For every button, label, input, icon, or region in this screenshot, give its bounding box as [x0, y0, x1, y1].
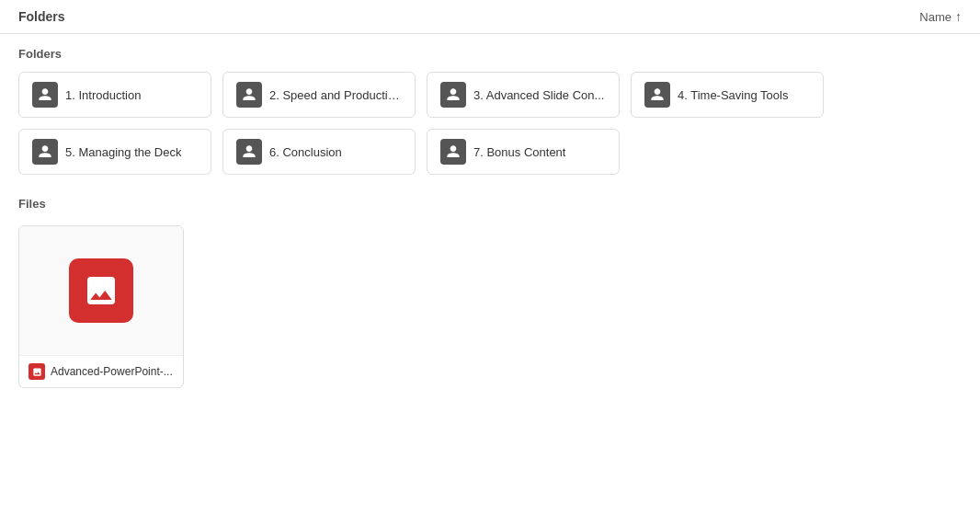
folders-grid: 1. Introduction 2. Speed and Productiv..…: [0, 68, 980, 184]
file-thumb-icon: [28, 363, 45, 380]
folder-name: 3. Advanced Slide Con...: [473, 88, 604, 102]
file-preview: [19, 226, 183, 355]
folder-item[interactable]: 7. Bonus Content: [427, 129, 620, 175]
folder-icon: [32, 82, 58, 108]
file-item[interactable]: Advanced-PowerPoint-...: [18, 225, 184, 388]
sort-arrow-icon: ↑: [955, 9, 962, 24]
folder-name: 7. Bonus Content: [473, 145, 565, 159]
sort-label: Name: [919, 10, 952, 24]
person-folder-icon: [38, 87, 52, 102]
person-folder-icon: [650, 87, 665, 102]
person-folder-icon: [242, 87, 256, 102]
folder-name: 1. Introduction: [65, 88, 141, 102]
folder-item[interactable]: 1. Introduction: [18, 72, 211, 118]
folders-section-label: Folders: [0, 34, 980, 68]
sort-control[interactable]: Name ↑: [919, 9, 962, 24]
person-folder-icon: [446, 87, 461, 102]
folder-name: 5. Managing the Deck: [65, 145, 181, 159]
person-folder-icon: [242, 144, 256, 159]
folder-item[interactable]: 6. Conclusion: [222, 129, 416, 175]
folder-icon: [32, 139, 58, 165]
folder-name: 6. Conclusion: [269, 145, 342, 159]
file-name-row: Advanced-PowerPoint-...: [19, 355, 183, 387]
folder-name: 2. Speed and Productiv...: [269, 88, 402, 102]
folders-title: Folders: [18, 9, 65, 24]
folder-icon: [440, 82, 466, 108]
files-section: Advanced-PowerPoint-...: [0, 218, 980, 397]
folder-icon: [236, 139, 262, 165]
folder-item[interactable]: 3. Advanced Slide Con...: [427, 72, 620, 118]
person-folder-icon: [446, 144, 461, 159]
image-icon: [83, 272, 120, 309]
files-grid: Advanced-PowerPoint-...: [18, 225, 962, 388]
folder-icon: [644, 82, 670, 108]
file-icon-large: [69, 258, 133, 323]
folder-item[interactable]: 5. Managing the Deck: [18, 129, 211, 175]
folder-icon: [236, 82, 262, 108]
folder-name: 4. Time-Saving Tools: [678, 88, 788, 102]
person-folder-icon: [38, 144, 52, 159]
file-name: Advanced-PowerPoint-...: [51, 365, 173, 378]
files-section-label: Files: [0, 184, 980, 218]
top-bar: Folders Name ↑: [0, 0, 980, 34]
folder-item[interactable]: 4. Time-Saving Tools: [631, 72, 824, 118]
folder-item[interactable]: 2. Speed and Productiv...: [222, 72, 416, 118]
file-image-icon: [32, 367, 42, 377]
folder-icon: [440, 139, 466, 165]
